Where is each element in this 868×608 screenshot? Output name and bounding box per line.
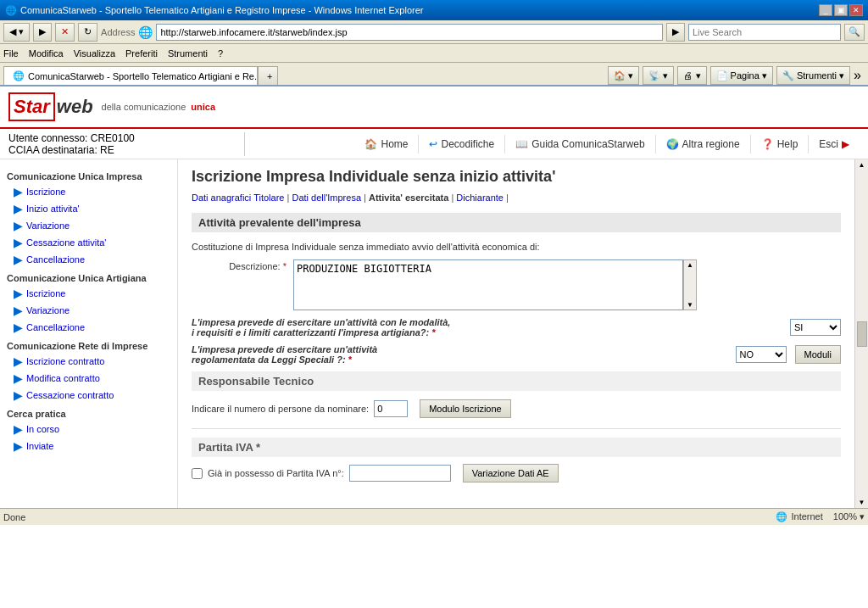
page-button[interactable]: 📄 Pagina ▾ [710,66,773,85]
sidebar-item-inviate[interactable]: ▶ Inviate [0,438,177,455]
divider1 [192,428,841,429]
bullet-icon: ▶ [14,354,23,368]
sidebar-item-iscrizione1[interactable]: ▶ Iscrizione [0,183,177,200]
nav-altra-regione[interactable]: 🌍 Altra regione [656,135,751,153]
question1-text: L'impresa prevede di esercitare un'attiv… [192,317,782,337]
nav-home[interactable]: 🏠 Home [354,135,419,153]
breadcrumb-item-dati-titolare[interactable]: Dati anagrafici Titolare [192,192,284,203]
tab-main[interactable]: 🌐 ComunicaStarweb - Sportello Telematico… [3,66,258,85]
go-button[interactable]: ▶ [666,23,685,42]
partita-iva-checkbox[interactable] [192,468,203,479]
content-area: Iscrizione Impresa Individuale senza ini… [178,159,854,508]
sidebar-item-cancellazione1[interactable]: ▶ Cancellazione [0,251,177,268]
restore-button[interactable]: ▣ [834,4,848,16]
stop-button[interactable]: ✕ [55,23,75,42]
bullet-icon: ▶ [14,287,23,300]
sidebar-item-modifica-contratto[interactable]: ▶ Modifica contratto [0,370,177,387]
sidebar-item-variazione2[interactable]: ▶ Variazione [0,302,177,319]
window-title: ComunicaStarweb - Sportello Telematico A… [20,5,423,15]
section-partita-iva: Partita IVA * Già in possesso di Partita… [192,438,841,482]
toolbar-right: 🏠 ▾ 📡 ▾ 🖨 ▾ 📄 Pagina ▾ 🔧 Strumenti ▾ » [608,66,865,85]
tools-button[interactable]: 🔧 Strumenti ▾ [776,66,850,85]
descrizione-textarea[interactable]: PRODUZIONE BIGIOTTERIA [293,259,683,310]
constitution-description: Costituzione di Impresa Individuale senz… [192,241,841,253]
menu-visualizza[interactable]: Visualizza [74,48,115,59]
nav-help[interactable]: ❓ Help [751,135,810,153]
zone-text: Internet [791,511,822,522]
tab-new[interactable]: + [258,66,278,85]
app-header: Star web della comunicazione unica [0,86,868,129]
required-mark: * [283,261,287,271]
title-bar: 🌐 ComunicaStarweb - Sportello Telematico… [0,0,868,20]
sidebar-item-inizio-attivita[interactable]: ▶ Inizio attivita' [0,200,177,217]
zoom-level: 100% ▾ [833,511,865,522]
search-go-button[interactable]: 🔍 [844,24,865,41]
guida-icon: 📖 [515,138,528,150]
menu-preferiti[interactable]: Preferiti [125,48,158,59]
close-button[interactable]: ✕ [849,4,863,16]
menu-strumenti[interactable]: Strumenti [168,48,208,59]
logo-sub: della comunicazione [102,102,186,112]
search-input[interactable] [688,24,841,41]
descrizione-row: Descrizione: * PRODUZIONE BIGIOTTERIA ▲ … [192,259,841,310]
divider-v [244,132,245,156]
main-scroll-down[interactable]: ▼ [859,499,865,506]
breadcrumb-sep4: | [506,192,509,203]
logo-unica: unica [191,102,215,112]
main-scroll-up[interactable]: ▲ [859,161,865,169]
breadcrumb-item-dati-impresa[interactable]: Dati dell'Impresa [292,192,361,203]
responsabile-label: Indicare il numero di persone da nominar… [192,404,369,414]
breadcrumb: Dati anagrafici Titolare | Dati dell'Imp… [192,192,841,203]
menu-help[interactable]: ? [218,48,223,59]
descrizione-container: PRODUZIONE BIGIOTTERIA ▲ ▼ [293,259,697,310]
sidebar-item-variazione1[interactable]: ▶ Variazione [0,217,177,234]
select-artigiana[interactable]: SI NO [790,319,841,336]
bullet-icon: ▶ [14,321,23,334]
print-button[interactable]: 🖨 ▾ [677,66,706,85]
address-input[interactable] [156,24,663,41]
partita-iva-input[interactable] [349,465,451,482]
rss-button[interactable]: 📡 ▾ [643,66,674,85]
nav-esci[interactable]: Esci ▶ [809,135,860,153]
sidebar-item-cancellazione2[interactable]: ▶ Cancellazione [0,319,177,336]
scroll-thumb[interactable] [857,321,867,347]
responsabile-row: Indicare il numero di persone da nominar… [192,399,841,418]
sidebar-item-iscrizione2[interactable]: ▶ Iscrizione [0,285,177,302]
responsabile-input[interactable] [374,400,408,417]
sidebar-item-in-corso[interactable]: ▶ In corso [0,421,177,438]
select-leggi-speciali[interactable]: NO SI [736,346,787,363]
nav-guida-label: Guida ComunicaStarweb [531,138,644,150]
forward-button[interactable]: ▶ [33,23,52,42]
nav-guida[interactable]: 📖 Guida ComunicaStarweb [505,135,655,153]
required-mark2: * [431,327,435,337]
variazione-dati-ae-button[interactable]: Variazione Dati AE [463,464,559,482]
back-button[interactable]: ◀ ▾ [3,23,30,42]
main-layout: Star web della comunicazione unica Utent… [0,86,868,508]
question2-row: L'impresa prevede di esercitare un'attiv… [192,344,841,365]
modulo-iscrizione-button[interactable]: Modulo Iscrizione [420,399,511,418]
sidebar-item-iscrizione-contratto[interactable]: ▶ Iscrizione contratto [0,353,177,370]
minimize-button[interactable]: _ [819,4,832,16]
menu-modifica[interactable]: Modifica [29,48,64,59]
main-scrollbar[interactable]: ▲ ▼ [854,159,868,508]
menu-file[interactable]: File [3,48,19,59]
decodifiche-icon: ↩ [429,138,437,150]
tab-label: ComunicaStarweb - Sportello Telematico A… [28,71,258,81]
refresh-button[interactable]: ↻ [78,23,97,42]
bullet-icon: ▶ [14,388,23,402]
breadcrumb-item-dichiarante[interactable]: Dichiarante [456,192,504,203]
sidebar-item-cessazione-attivita[interactable]: ▶ Cessazione attivita' [0,234,177,251]
textarea-scrollbar[interactable]: ▲ ▼ [683,259,697,310]
esci-icon: ▶ [842,138,849,150]
title-bar-left: 🌐 ComunicaStarweb - Sportello Telematico… [5,5,423,16]
sidebar-section-cerca-pratica: Cerca pratica [0,404,177,421]
sidebar-item-cessazione-contratto[interactable]: ▶ Cessazione contratto [0,387,177,404]
more-button[interactable]: » [854,68,861,83]
nav-decodifiche[interactable]: ↩ Decodifiche [419,135,505,153]
scroll-up-icon: ▲ [687,261,693,269]
user-bar: Utente connesso: CRE0100 CCIAA destinata… [0,129,868,159]
moduli-button[interactable]: Moduli [795,345,841,364]
bullet-icon: ▶ [14,439,23,453]
bullet-icon: ▶ [14,422,23,436]
home-toolbar-button[interactable]: 🏠 ▾ [608,66,639,85]
